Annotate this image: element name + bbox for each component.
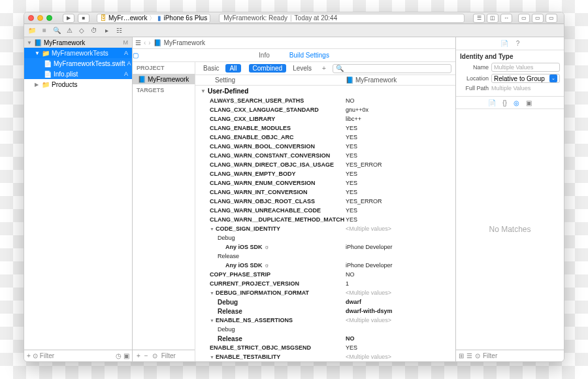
setting-row[interactable]: ▼DEBUG_INFORMATION_FORMAT<Multiple value… — [195, 288, 455, 297]
list-view-icon[interactable]: ☰ — [466, 352, 472, 359]
jump-bar[interactable]: ☰ ‹ › 📘 MyFramework — [133, 37, 455, 49]
settings-table[interactable]: ▼ User-Defined ALWAYS_SEARCH_USER_PATHSN… — [195, 86, 455, 361]
project-editor-tabs: ▢ Info Build Settings — [133, 49, 455, 62]
setting-row[interactable]: CLANG_WARN_OBJC_ROOT_CLASSYES_ERROR — [195, 197, 455, 206]
file-template-icon[interactable]: 📄 — [488, 99, 496, 107]
setting-row[interactable]: ▼CODE_SIGN_IDENTITY<Multiple values> — [195, 224, 455, 233]
activity-viewer: MyFramework: Ready | Today at 20:44 — [219, 14, 465, 23]
build-settings-filter-bar: Basic All Combined Levels + 🔍 — [195, 62, 455, 75]
scope-all[interactable]: All — [225, 64, 240, 73]
quick-help-icon[interactable]: ? — [516, 40, 520, 47]
find-navigator-icon[interactable]: 🔍 — [52, 25, 62, 36]
stop-button[interactable]: ■ — [78, 14, 90, 23]
code-snippet-icon[interactable]: {} — [502, 99, 507, 107]
setting-row[interactable]: CLANG_ENABLE_MODULESYES — [195, 124, 455, 133]
forward-button[interactable]: › — [148, 39, 150, 46]
nav-swift-file[interactable]: 📄 MyFrameworkTests.swift A — [24, 58, 132, 69]
issue-navigator-icon[interactable]: ⚠ — [64, 25, 74, 36]
assistant-editor-button[interactable]: ◫ — [487, 14, 498, 23]
setting-row[interactable]: Any iOS SDK ☼iPhone Developer — [195, 261, 455, 270]
debug-navigator-icon[interactable]: ⏱ — [89, 25, 99, 36]
setting-row[interactable]: ALWAYS_SEARCH_USER_PATHSNO — [195, 96, 455, 105]
section-header[interactable]: ▼ User-Defined — [195, 86, 455, 96]
standard-editor-button[interactable]: ☰ — [473, 14, 485, 23]
setting-row[interactable]: CLANG_WARN_UNREACHABLE_CODEYES — [195, 206, 455, 215]
test-navigator-icon[interactable]: ◇ — [76, 25, 87, 36]
version-editor-button[interactable]: ↔ — [500, 14, 512, 23]
clock-icon[interactable]: ◷ — [116, 352, 122, 359]
grid-view-icon[interactable]: ⊞ — [459, 352, 464, 359]
setting-row[interactable]: Release — [195, 252, 455, 261]
setting-row[interactable]: COPY_PHASE_STRIPNO — [195, 270, 455, 279]
col-target[interactable]: 📘 MyFramework — [346, 76, 455, 84]
project-icon: 📘 — [138, 75, 146, 83]
disclosure-icon[interactable]: ▼ — [201, 88, 206, 94]
scheme-selector[interactable]: 🗄 MyFr…ework 〉 ▮ iPhone 6s Plus — [97, 14, 210, 23]
setting-row[interactable]: CLANG_WARN__DUPLICATE_METHOD_MATCHYES — [195, 215, 455, 224]
disclosure-icon[interactable]: ▶ — [35, 82, 40, 88]
setting-row[interactable]: Debug — [195, 325, 455, 334]
setting-row[interactable]: CLANG_WARN_DIRECT_OBJC_ISA_USAGEYES_ERRO… — [195, 160, 455, 169]
setting-row[interactable]: Debugdwarf — [195, 297, 455, 306]
setting-row[interactable]: ▼ENABLE_TESTABILITY<Multiple values> — [195, 352, 455, 361]
disclosure-icon[interactable]: ▼ — [35, 50, 40, 56]
filter-placeholder[interactable]: Filter — [40, 352, 114, 359]
add-setting-button[interactable]: + — [322, 65, 326, 72]
name-field[interactable]: Multiple Values — [491, 63, 560, 72]
col-setting[interactable]: Setting — [195, 76, 346, 84]
setting-row[interactable]: Debug — [195, 233, 455, 242]
tab-build-settings[interactable]: Build Settings — [289, 52, 329, 59]
setting-row[interactable]: CLANG_WARN_ENUM_CONVERSIONYES — [195, 178, 455, 188]
project-navigator-icon[interactable]: 📁 — [27, 25, 37, 36]
nav-products-group[interactable]: ▶ 📁 Products — [24, 79, 132, 90]
setting-row[interactable]: CLANG_WARN_INT_CONVERSIONYES — [195, 188, 455, 197]
folder-icon: 📁 — [42, 80, 50, 88]
setting-row[interactable]: Any iOS SDK ☼iPhone Developer — [195, 242, 455, 252]
setting-row[interactable]: ▼ENABLE_NS_ASSERTIONS<Multiple values> — [195, 316, 455, 325]
settings-search[interactable]: 🔍 — [333, 64, 451, 73]
view-levels[interactable]: Levels — [289, 64, 316, 73]
left-panel-toggle-icon[interactable]: ▢ — [133, 52, 139, 59]
run-button[interactable]: ▶ — [63, 14, 74, 23]
close-button[interactable] — [28, 15, 34, 21]
setting-row[interactable]: ReleaseNO — [195, 334, 455, 343]
setting-row[interactable]: CLANG_WARN_EMPTY_BODYYES — [195, 169, 455, 178]
back-button[interactable]: ‹ — [144, 39, 146, 46]
add-target-button[interactable]: + — [137, 352, 140, 359]
location-select[interactable]: Relative to Group ⌄ — [491, 74, 560, 83]
view-combined[interactable]: Combined — [249, 64, 287, 73]
filter-placeholder[interactable]: Filter — [483, 352, 497, 359]
setting-row[interactable]: CLANG_WARN_CONSTANT_CONVERSIONYES — [195, 151, 455, 160]
add-button[interactable]: + — [27, 352, 31, 359]
setting-row[interactable]: ENABLE_STRICT_OBJC_MSGSENDYES — [195, 343, 455, 352]
scm-filter-icon[interactable]: ▣ — [123, 352, 129, 359]
setting-row[interactable]: CURRENT_PROJECT_VERSION1 — [195, 279, 455, 288]
toggle-navigator-button[interactable]: ▭ — [518, 14, 530, 23]
remove-target-button[interactable]: − — [144, 352, 148, 359]
setting-row[interactable]: Releasedwarf-with-dsym — [195, 306, 455, 316]
symbol-navigator-icon[interactable]: ≡ — [39, 25, 50, 36]
media-library-icon[interactable]: ▣ — [526, 99, 532, 107]
disclosure-icon[interactable]: ▼ — [27, 40, 32, 46]
setting-row[interactable]: CLANG_WARN_BOOL_CONVERSIONYES — [195, 142, 455, 151]
nav-tests-group[interactable]: ▼ 📁 MyFrameworkTests A — [24, 48, 132, 58]
nav-project-root[interactable]: ▼ 📘 MyFramework M — [24, 37, 132, 48]
plist-icon: 📄 — [44, 70, 52, 78]
scope-basic[interactable]: Basic — [199, 64, 223, 73]
breakpoint-navigator-icon[interactable]: ▸ — [101, 25, 112, 36]
tab-info[interactable]: Info — [259, 52, 270, 59]
filter-placeholder[interactable]: Filter — [161, 352, 176, 359]
setting-row[interactable]: CLANG_CXX_LANGUAGE_STANDARDgnu++0x — [195, 105, 455, 114]
toggle-debug-button[interactable]: ▭ — [532, 14, 544, 23]
report-navigator-icon[interactable]: ☷ — [114, 25, 124, 36]
project-row[interactable]: 📘 MyFramework — [133, 74, 195, 84]
toggle-inspector-button[interactable]: ▭ — [546, 14, 557, 23]
minimize-button[interactable] — [37, 15, 43, 21]
nav-plist-file[interactable]: 📄 Info.plist A — [24, 69, 132, 79]
related-items-icon[interactable]: ☰ — [135, 39, 141, 46]
setting-row[interactable]: CLANG_CXX_LIBRARYlibc++ — [195, 114, 455, 124]
zoom-button[interactable] — [46, 15, 52, 21]
file-inspector-icon[interactable]: 📄 — [500, 40, 508, 47]
setting-row[interactable]: CLANG_ENABLE_OBJC_ARCYES — [195, 133, 455, 142]
object-library-icon[interactable]: ◎ — [514, 99, 519, 107]
